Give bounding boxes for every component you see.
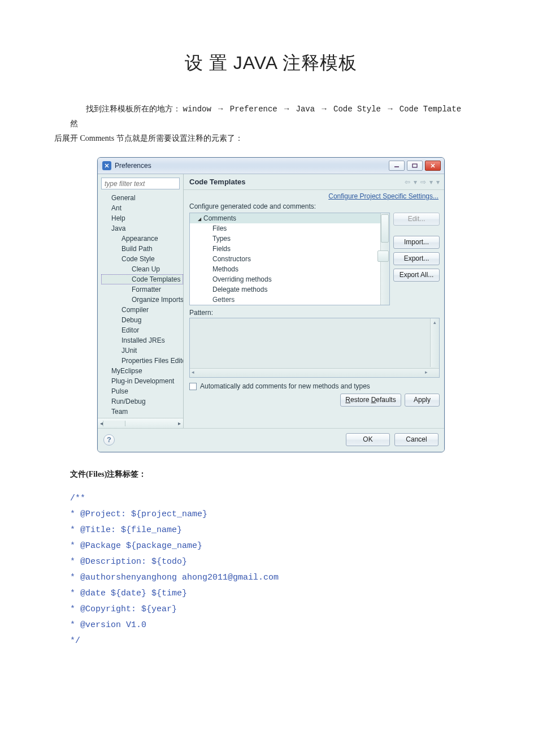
filter-input[interactable] <box>101 178 180 189</box>
tree-node[interactable]: Overriding methods <box>190 274 389 284</box>
tree-node[interactable]: Installed JREs <box>101 335 183 345</box>
preferences-window: Preferences GeneralAntHelpJavaAppearance… <box>97 157 445 452</box>
back-icon[interactable]: ⇦ <box>403 178 411 186</box>
apply-button[interactable]: Apply <box>405 394 440 407</box>
tree-node[interactable]: General <box>101 193 183 203</box>
configure-project-link[interactable]: Configure Project Specific Settings... <box>184 190 444 201</box>
titlebar: Preferences <box>98 158 444 174</box>
edit-button[interactable]: Edit... <box>393 213 440 226</box>
window-title: Preferences <box>115 162 151 170</box>
app-icon <box>102 161 111 170</box>
tree-node[interactable]: Run/Debug <box>101 396 183 407</box>
pattern-textarea[interactable]: ▴ ◂▸ <box>189 318 440 378</box>
nav-tree[interactable]: GeneralAntHelpJavaAppearanceBuild PathCo… <box>98 192 183 418</box>
tree-node[interactable]: Team <box>101 407 183 417</box>
ok-button[interactable]: OK <box>346 433 390 446</box>
files-heading: 文件(Files)注释标签： <box>70 469 472 479</box>
forward-icon[interactable]: ⇨ <box>419 178 427 186</box>
minimize-button[interactable] <box>389 161 405 171</box>
tree-node[interactable]: Clean Up <box>101 264 183 274</box>
tree-node[interactable]: Code Style <box>101 254 183 264</box>
sidebar: GeneralAntHelpJavaAppearanceBuild PathCo… <box>98 174 184 428</box>
tree-node[interactable]: Ant <box>101 203 183 213</box>
tree-node[interactable]: Methods <box>190 264 389 274</box>
auto-comments-checkbox[interactable] <box>189 383 197 390</box>
tree-node[interactable]: Files <box>190 223 389 234</box>
intro-text: 找到注释模板所在的地方： window → Preference → Java … <box>70 101 472 146</box>
tree-scrollbar[interactable] <box>380 213 389 305</box>
content-heading: Code Templates <box>189 178 245 186</box>
maximize-button[interactable] <box>407 161 423 171</box>
tree-node[interactable]: Help <box>101 213 183 223</box>
tree-node[interactable]: Getters <box>190 295 389 305</box>
close-button[interactable] <box>425 161 441 171</box>
tree-node[interactable]: Types <box>190 234 389 244</box>
page-title: 设 置 JAVA 注释模板 <box>70 51 472 76</box>
export-button[interactable]: Export... <box>393 252 440 265</box>
configure-label: Configure generated code and comments: <box>184 201 444 213</box>
tree-node[interactable]: Editor <box>101 325 183 335</box>
tree-node[interactable]: Debug <box>101 315 183 325</box>
tree-node[interactable]: Constructors <box>190 254 389 264</box>
tree-node-comments[interactable]: Comments <box>190 213 389 223</box>
sidebar-scrollbar[interactable]: ◂ ▸ <box>98 418 183 428</box>
tree-node[interactable]: JUnit <box>101 345 183 356</box>
tree-node[interactable]: Fields <box>190 244 389 254</box>
export-all-button[interactable]: Export All... <box>393 269 440 282</box>
templates-tree[interactable]: Comments FilesTypesFieldsConstructorsMet… <box>189 213 390 305</box>
tree-node[interactable]: Compiler <box>101 305 183 315</box>
header-nav[interactable]: ⇦▾ ⇨▾ ▾ <box>403 178 441 186</box>
cancel-button[interactable]: Cancel <box>394 433 439 446</box>
code-block: /** * @Project: ${project_name} * @Title… <box>70 491 472 649</box>
auto-comments-label: Automatically add comments for new metho… <box>200 382 370 390</box>
svg-rect-1 <box>413 164 417 167</box>
tree-node[interactable]: Formatter <box>101 284 183 295</box>
tree-node[interactable]: Plug-in Development <box>101 376 183 386</box>
pattern-label: Pattern: <box>184 309 444 318</box>
tree-node[interactable]: Organize Imports <box>101 295 183 305</box>
import-button[interactable]: Import... <box>393 236 440 249</box>
tree-node[interactable]: Java <box>101 223 183 234</box>
tree-node[interactable]: Build Path <box>101 244 183 254</box>
tree-node[interactable]: Properties Files Editor <box>101 356 183 366</box>
tree-node[interactable]: Pulse <box>101 386 183 396</box>
tree-node[interactable]: MyEclipse <box>101 366 183 376</box>
help-icon[interactable]: ? <box>103 434 115 446</box>
tree-node[interactable]: Delegate methods <box>190 284 389 295</box>
restore-defaults-button[interactable]: RRestore Defaultsestore Defaults <box>340 394 401 407</box>
tree-node[interactable]: Code Templates <box>101 274 183 284</box>
tree-node[interactable]: Appearance <box>101 234 183 244</box>
